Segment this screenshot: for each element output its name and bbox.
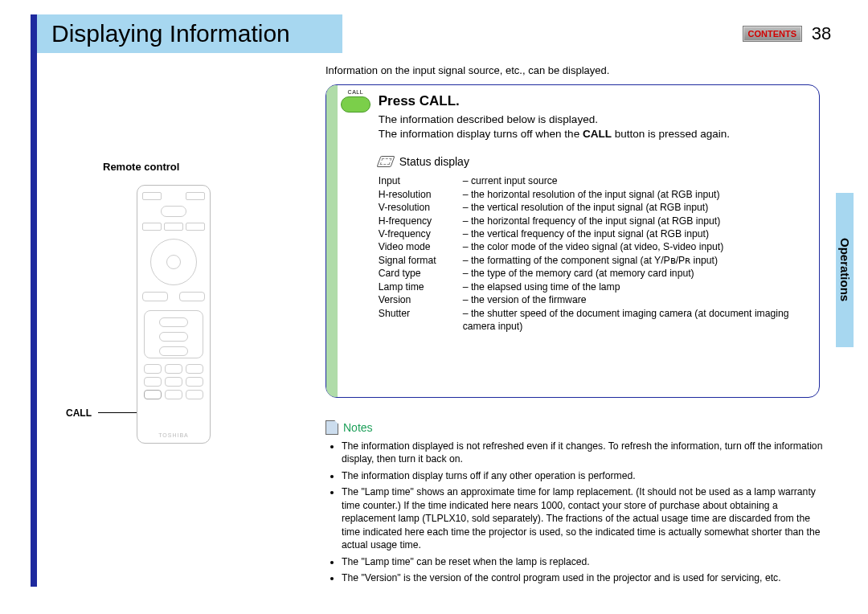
status-desc: – the type of the memory card (at memory… xyxy=(463,267,811,280)
remote-control-heading: Remote control xyxy=(103,161,179,173)
status-desc: – the vertical frequency of the input si… xyxy=(463,227,811,240)
page-title-bg: Displaying Information xyxy=(37,14,342,53)
section-tab-operations[interactable]: Operations xyxy=(836,193,854,347)
remote-call-key xyxy=(144,390,162,399)
press-call-body: The information described below is displ… xyxy=(379,113,811,141)
intro-text: Information on the input signal source, … xyxy=(326,64,609,76)
page-title: Displaying Information xyxy=(51,20,290,47)
remote-control-diagram: TOSHIBA xyxy=(137,185,211,444)
press-call-body-line2c: button is pressed again. xyxy=(612,128,730,140)
press-call-body-bold: CALL xyxy=(583,128,612,140)
press-call-body-line1: The information described below is displ… xyxy=(379,113,598,125)
notes-icon xyxy=(326,420,338,435)
status-term: V-resolution xyxy=(379,201,463,214)
status-list: Input– current input sourceH-resolution–… xyxy=(379,174,811,334)
status-term: Input xyxy=(379,174,463,187)
status-desc: – current input source xyxy=(463,174,811,187)
status-term: Shutter xyxy=(379,307,463,334)
remote-brand: TOSHIBA xyxy=(137,432,210,438)
status-term: Lamp time xyxy=(379,280,463,293)
notes-item: The "Lamp time" shows an approximate tim… xyxy=(342,485,828,551)
notes-item: The information display turns off if any… xyxy=(342,469,828,482)
notes-item: The "Version" is the version of the cont… xyxy=(342,571,828,584)
status-term: H-frequency xyxy=(379,215,463,227)
press-call-heading: Press CALL. xyxy=(379,93,811,109)
status-desc: – the formatting of the component signal… xyxy=(463,254,811,267)
status-display-heading: Status display xyxy=(399,155,469,168)
status-desc: – the elapsed using time of the lamp xyxy=(463,280,811,293)
status-term: V-frequency xyxy=(379,227,463,240)
notes-item: The "Lamp time" can be reset when the la… xyxy=(342,555,828,568)
accent-rule xyxy=(31,14,37,587)
status-desc: – the vertical resolution of the input s… xyxy=(463,201,811,214)
status-desc: – the color mode of the video signal (at… xyxy=(463,240,811,253)
remote-call-label: CALL xyxy=(66,407,92,419)
page-header: Displaying Information CONTENTS 38 xyxy=(37,14,833,53)
status-term: Video mode xyxy=(379,240,463,253)
press-call-panel: Press CALL. The information described be… xyxy=(326,84,820,398)
notes-heading: Notes xyxy=(343,421,373,434)
status-desc: – the shutter speed of the document imag… xyxy=(463,307,811,334)
status-term: H-resolution xyxy=(379,188,463,201)
status-desc: – the version of the firmware xyxy=(463,293,811,306)
notes-item: The information displayed is not refresh… xyxy=(342,440,828,466)
contents-button[interactable]: CONTENTS xyxy=(743,26,803,42)
press-call-body-line2a: The information display turns off when t… xyxy=(379,128,583,140)
notes-section: Notes The information displayed is not r… xyxy=(326,420,828,588)
status-term: Signal format xyxy=(379,254,463,267)
call-button-icon xyxy=(341,96,371,113)
status-desc: – the horizontal resolution of the input… xyxy=(463,188,811,201)
page-number: 38 xyxy=(810,23,833,44)
status-term: Card type xyxy=(379,267,463,280)
display-icon xyxy=(376,156,395,167)
notes-list: The information displayed is not refresh… xyxy=(334,440,828,585)
status-term: Version xyxy=(379,293,463,306)
status-desc: – the horizontal frequency of the input … xyxy=(463,215,811,227)
